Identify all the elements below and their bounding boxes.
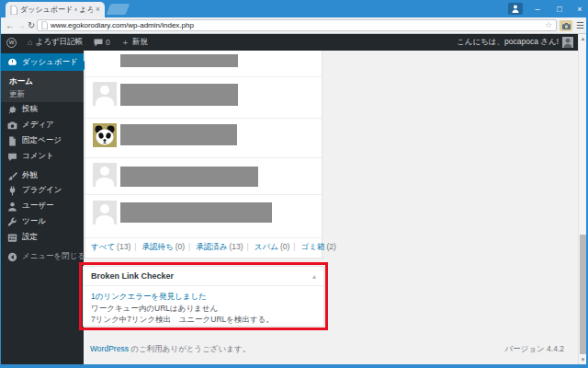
person-icon [512,5,519,13]
sidebar-item-media[interactable]: メディア [1,118,84,132]
forward-icon[interactable]: → [17,17,26,33]
site-name: よろず日記帳 [35,37,83,48]
filter-all[interactable]: すべて(13) [91,242,130,253]
sidebar-item-label: プラグイン [22,185,62,196]
comment-bubble-icon [94,39,103,47]
redacted-comment-text [120,202,272,223]
sidebar-item-label: ツール [22,216,46,227]
sidebar-item-comments[interactable]: コメント [1,149,84,164]
scrollbar-thumb[interactable] [580,235,586,354]
camera-extension-icon[interactable] [560,20,572,31]
dashboard-gauge-icon [7,57,17,67]
comment-filters: すべて(13) 承認待ち(0) 承認済み(13) スパム(0) ゴミ箱(2) [85,238,322,257]
browser-window: ダッシュボード ‹ よろず日記帳 × – □ × ← → ↻ www.egoko… [0,0,588,368]
comment-count: 0 [106,38,110,47]
sidebar-item-label: ダッシュボード [22,57,78,68]
collapse-arrow-icon [7,252,17,262]
back-icon[interactable]: ← [6,17,15,33]
redacted-comment-text [120,167,258,187]
filter-approved[interactable]: 承認済み(13) [185,242,243,253]
comment-avatar [93,163,117,187]
panda-avatar-image [93,123,117,147]
sidebar-item-label: メディア [22,120,54,131]
comment-row[interactable] [85,195,322,238]
profile-button[interactable] [508,3,523,15]
wp-admin-bar: W ⌂ よろず日記帳 0 ＋ 新規 こんにちは、pocapoca さん! [1,34,578,51]
dashboard-submenu: ホーム 更新 [1,71,84,102]
plus-icon: ＋ [121,37,130,49]
tab-close-icon[interactable]: × [96,6,100,14]
sidebar-item-pages[interactable]: 固定ページ [1,133,84,148]
site-name-link[interactable]: ⌂ よろず日記帳 [22,34,88,51]
greeting-text: こんにちは、pocapoca さん! [457,37,559,48]
comment-row[interactable] [85,119,322,158]
collapse-menu-label: メニューを閉じる [22,251,85,262]
redacted-comment-text [120,124,237,145]
page-icon [7,136,17,146]
url-bar[interactable]: www.egokorodiary.com/wp-admin/index.php … [37,19,557,31]
comment-row[interactable] [85,77,322,119]
camera-icon [562,23,571,29]
page-icon [41,21,48,29]
red-annotation-box [79,262,328,330]
appearance-brush-icon [7,171,17,181]
comment-avatar [93,82,117,106]
settings-sliders-icon [7,233,17,243]
sidebar-item-plugins[interactable]: プラグイン [1,183,84,198]
recent-comments-widget: すべて(13) 承認待ち(0) 承認済み(13) スパム(0) ゴミ箱(2) [85,51,322,259]
sidebar-item-tools[interactable]: ツール [1,214,84,229]
new-content-button[interactable]: ＋ 新規 [116,34,153,51]
comment-row[interactable] [85,51,322,77]
sidebar-item-posts[interactable]: 投稿 [1,102,84,117]
sidebar-item-settings[interactable]: 設定 [1,230,84,245]
sidebar-item-label: ユーザー [22,201,53,212]
comment-avatar [93,201,117,224]
tools-wrench-icon [7,217,17,227]
footer-version: バージョン 4.4.2 [396,344,564,355]
sidebar-item-dashboard[interactable]: ダッシュボード [1,53,84,71]
browser-titlebar: ダッシュボード ‹ よろず日記帳 × – □ × [1,0,588,17]
sidebar-item-label: コメント [22,151,54,162]
browser-tab[interactable]: ダッシュボード ‹ よろず日記帳 × [6,2,105,17]
collapse-menu-button[interactable]: メニューを閉じる [1,249,84,264]
media-camera-icon [7,121,17,131]
wordpress-link[interactable]: WordPress [90,344,129,353]
bookmark-star-icon[interactable]: ☆ [545,21,552,29]
posts-pin-icon [7,105,17,115]
scroll-down-icon[interactable]: ▼ [579,355,587,364]
new-tab-button[interactable] [107,4,130,15]
window-minimize-button[interactable]: – [528,0,547,17]
new-content-label: 新規 [132,37,148,48]
url-text: www.egokorodiary.com/wp-admin/index.php [51,21,542,29]
scroll-up-icon[interactable]: ▲ [579,34,587,43]
admin-sidebar: ダッシュボード ホーム 更新 投稿 メディア 固定ページ コメント 外観 [1,51,84,364]
comment-row[interactable] [85,158,322,195]
redacted-comment-text [120,84,238,106]
page-scrollbar[interactable]: ▲ ▼ [578,34,587,364]
window-maximize-button[interactable]: □ [550,0,569,17]
window-close-button[interactable]: × [571,0,588,17]
page-favicon-icon [10,6,17,15]
sidebar-item-label: 固定ページ [22,135,62,146]
sidebar-item-appearance[interactable]: 外観 [1,168,84,183]
wp-logo-menu[interactable]: W [1,34,22,51]
footer-thanks-text: のご利用ありがとうございます。 [129,344,250,353]
sidebar-subitem-updates[interactable]: 更新 [9,87,84,100]
sidebar-subitem-home[interactable]: ホーム [9,75,84,87]
redacted-comment-text [120,54,238,67]
browser-toolbar: ← → ↻ www.egokorodiary.com/wp-admin/inde… [1,17,588,34]
user-icon [7,201,17,212]
my-account-menu[interactable]: こんにちは、pocapoca さん! [457,37,578,48]
browser-menu-icon[interactable]: ☰ [576,17,584,33]
sidebar-item-users[interactable]: ユーザー [1,199,84,213]
filter-spam[interactable]: スパム(0) [243,242,290,253]
reload-icon[interactable]: ↻ [28,17,35,33]
comment-avatar-panda [93,123,117,147]
sidebar-item-label: 外観 [22,170,38,181]
filter-trash[interactable]: ゴミ箱(2) [289,242,336,253]
user-avatar [562,37,573,48]
comment-bubble-icon [7,152,17,162]
wordpress-logo-icon: W [6,38,17,48]
admin-bar-comments-link[interactable]: 0 [88,34,116,51]
filter-pending[interactable]: 承認待ち(0) [130,242,185,253]
